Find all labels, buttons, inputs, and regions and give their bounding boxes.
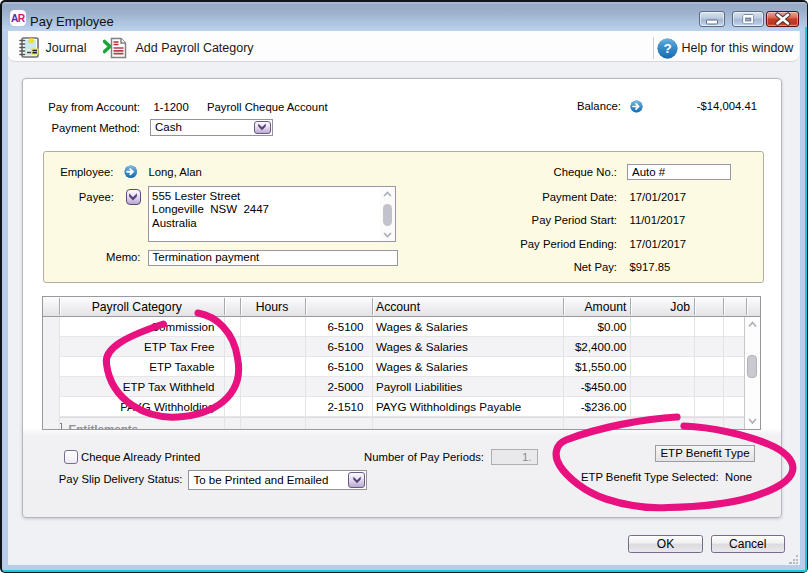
svg-text:?: ? — [663, 41, 671, 56]
